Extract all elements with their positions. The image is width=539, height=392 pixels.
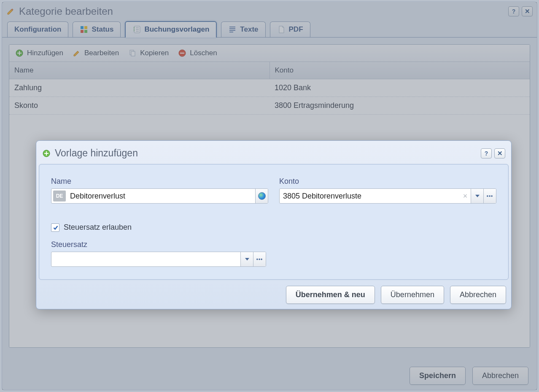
svg-rect-3 [81,30,84,33]
text-lines-icon [228,25,237,34]
more-dots-icon: ••• [256,256,263,262]
tab-label: PDF [289,25,303,34]
more-dots-icon: ••• [487,193,493,199]
svg-rect-2 [84,26,87,29]
save-button[interactable]: Speichern [410,367,466,385]
account-input[interactable] [280,189,460,203]
pencil-icon [73,49,81,57]
cell-name: Zahlung [9,79,270,97]
allow-tax-label: Steuersatz erlauben [64,223,132,232]
toolbar-label: Bearbeiten [84,49,119,57]
cell-account: 1020 Bank [270,79,530,97]
toolbar-label: Löschen [190,49,217,57]
window-header: Kategorie bearbeiten ? ✕ [2,2,537,21]
svg-point-7 [134,29,135,30]
account-field-wrap: × ••• [279,188,496,204]
close-button[interactable]: ✕ [522,6,533,16]
svg-rect-1 [81,26,84,29]
tax-field-wrap: ••• [51,252,266,267]
account-lookup-button[interactable]: ••• [483,189,496,203]
cancel-button[interactable]: Abbrechen [472,367,528,385]
cell-account: 3800 Ertragsminderung [270,97,530,114]
tax-label: Steuersatz [51,240,266,249]
svg-rect-20 [131,51,135,56]
column-name[interactable]: Name [9,62,270,79]
name-label: Name [51,177,268,186]
column-account[interactable]: Konto [270,62,530,79]
clear-account-button[interactable]: × [460,189,471,203]
name-field-wrap: DE [51,188,268,204]
table-row[interactable]: Skonto 3800 Ertragsminderung [9,97,530,115]
tab-label: Status [92,25,113,34]
account-dropdown-button[interactable] [471,189,483,203]
table-row[interactable]: Zahlung 1020 Bank [9,79,530,97]
tab-label: Buchungsvorlagen [144,25,209,34]
svg-point-8 [134,30,135,31]
delete-minus-icon [178,49,186,57]
add-template-dialog: Vorlage hinzufügen ? ✕ Name DE [36,140,512,309]
footer-buttons: Speichern Abbrechen [2,362,537,390]
dialog-cancel-button[interactable]: Abbrechen [450,286,506,304]
toolbar-delete[interactable]: Löschen [178,49,217,57]
apply-and-new-button[interactable]: Übernehmen & neu [286,286,375,304]
close-icon: ✕ [525,8,530,15]
close-icon: ✕ [497,150,503,157]
toolbar-edit[interactable]: Bearbeiten [73,49,119,57]
grid-toolbar: Hinzufügen Bearbeiten Kopieren [9,45,530,62]
grid-header: Name Konto [9,62,530,79]
edit-pencil-icon [6,7,15,16]
toolbar-label: Hinzufügen [27,49,63,57]
help-button[interactable]: ? [508,6,519,16]
add-plus-icon [15,49,24,57]
svg-rect-4 [84,30,87,33]
tab-label: Texte [240,25,258,34]
tax-dropdown-button[interactable] [240,252,253,266]
checkmark-icon [53,225,58,230]
chevron-down-icon [475,195,480,197]
allow-tax-checkbox[interactable] [51,223,59,232]
tab-status[interactable]: Status [73,21,121,37]
tab-bar: Konfiguration Status Buchun [2,21,537,38]
chevron-down-icon [245,258,249,260]
cell-name: Skonto [9,97,270,114]
name-input[interactable] [67,189,255,203]
list-spiral-icon [132,25,141,34]
dialog-close-button[interactable]: ✕ [494,148,505,158]
add-plus-icon [42,149,51,158]
apply-button[interactable]: Übernehmen [381,286,444,304]
svg-point-6 [134,27,135,28]
account-label: Konto [279,177,496,186]
translations-button[interactable] [255,189,268,203]
copy-pages-icon [128,49,137,57]
tab-pdf[interactable]: PDF [270,21,310,37]
globe-icon [258,192,266,200]
dialog-help-button[interactable]: ? [481,148,492,158]
toolbar-label: Kopieren [140,49,169,57]
toolbar-copy[interactable]: Kopieren [128,49,169,57]
language-badge[interactable]: DE [53,191,66,201]
tax-lookup-button[interactable]: ••• [253,252,266,266]
tax-input[interactable] [51,252,240,266]
tab-label: Konfiguration [14,25,61,34]
window-title: Kategorie bearbeiten [19,5,113,17]
pdf-page-icon [277,25,286,34]
tab-konfiguration[interactable]: Konfiguration [7,21,68,37]
toolbar-add[interactable]: Hinzufügen [15,49,63,57]
status-squares-icon [80,25,88,34]
tab-buchungsvorlagen[interactable]: Buchungsvorlagen [125,21,217,38]
dialog-title: Vorlage hinzufügen [55,148,138,159]
tab-texte[interactable]: Texte [221,21,265,37]
